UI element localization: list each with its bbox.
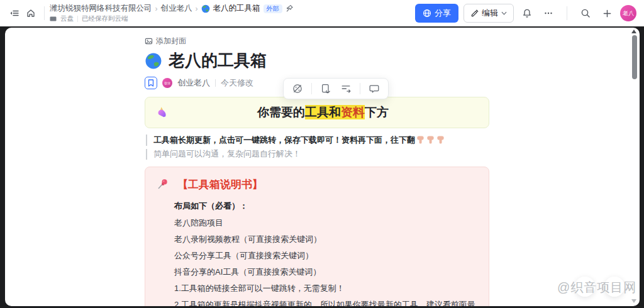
edit-label: 编辑 xyxy=(482,8,498,19)
breadcrumb-current-doc[interactable]: 老八的工具箱 xyxy=(213,4,260,13)
breadcrumb-separator: › xyxy=(155,4,158,13)
search-icon xyxy=(580,8,591,18)
breadcrumb-separator: › xyxy=(196,4,198,13)
share-label: 分享 xyxy=(435,8,451,19)
globe-emoji xyxy=(145,52,162,70)
share-button[interactable]: 分享 xyxy=(415,4,458,23)
home-icon xyxy=(26,8,36,18)
breadcrumb-company[interactable]: 潍坊锐狈特网络科技有限公司 xyxy=(50,4,152,13)
palette-icon xyxy=(292,83,303,94)
edit-button[interactable]: 编辑 xyxy=(464,4,514,23)
home-button[interactable] xyxy=(23,5,39,21)
add-cover-label: 添加封面 xyxy=(156,36,186,47)
manual-line: 公众号分享工具（可直接搜索关键词） xyxy=(174,248,476,264)
pushpin-emoji xyxy=(157,178,169,190)
plus-icon xyxy=(602,9,612,18)
more-button[interactable] xyxy=(540,5,557,21)
bell-icon xyxy=(522,8,532,18)
breadcrumb-space[interactable]: 创业老八 xyxy=(161,4,192,13)
copy-link-block-button[interactable] xyxy=(319,82,332,95)
banner-text: 你需要的工具和资料下方 xyxy=(169,104,477,121)
chevron-down-icon xyxy=(501,11,507,15)
modified-label: 今天修改 xyxy=(221,77,253,89)
external-badge: 外部 xyxy=(264,4,282,13)
share-globe-icon xyxy=(423,9,431,18)
scrollbar[interactable] xyxy=(630,28,638,306)
watermark: @织音项目网 xyxy=(557,279,636,296)
banner-prefix: 你需要的 xyxy=(257,106,305,119)
quote-block-update[interactable]: 工具箱长期更新，点击可一键跳转，保存下载即可！资料再下面，往下翻 xyxy=(146,135,489,146)
manual-line: 老八陪跑项目 xyxy=(174,215,476,231)
bookmark-button[interactable] xyxy=(145,77,157,89)
point-down-emoji xyxy=(416,135,425,145)
scroll-up-arrow[interactable] xyxy=(631,30,636,33)
banner-highlight-red: 资料 xyxy=(341,105,365,119)
doc-title-row: 老八的工具箱 xyxy=(145,50,489,72)
manual-line: 2.工具箱的更新是根据抖音视频更新的，所以如果你要找最新的工具，建议看前面最近更… xyxy=(174,297,476,307)
add-cover-button[interactable]: 添加封面 xyxy=(145,36,186,46)
sidebar-toggle-button[interactable] xyxy=(6,5,23,21)
toolbar-divider xyxy=(311,83,312,94)
notifications-button[interactable] xyxy=(519,5,535,21)
toolbar-divider xyxy=(360,83,360,94)
save-status: 已经保存到云端 xyxy=(82,14,128,23)
drive-icon xyxy=(50,16,57,22)
scrollbar-thumb[interactable] xyxy=(632,35,637,79)
doc-attach-icon xyxy=(320,83,331,94)
author-avatar[interactable]: 创业 xyxy=(162,78,172,88)
unicorn-emoji xyxy=(157,106,169,118)
create-new-button[interactable] xyxy=(599,5,615,21)
manual-heading-row: 【工具箱说明书】 xyxy=(157,177,476,192)
manual-heading: 【工具箱说明书】 xyxy=(177,177,263,192)
pencil-icon xyxy=(470,9,479,18)
author-divider xyxy=(215,79,216,87)
block-hover-toolbar xyxy=(283,78,389,99)
bookmark-icon xyxy=(148,79,154,87)
quote1-text: 工具箱长期更新，点击可一键跳转，保存下载即可！资料再下面，往下翻 xyxy=(153,135,415,146)
status-divider xyxy=(77,16,78,22)
document-panel: 添加封面 老八的工具箱 创业 创业老八 今天修改 xyxy=(5,28,640,306)
scroll-down-arrow[interactable] xyxy=(631,299,636,303)
point-down-emoji xyxy=(426,135,435,145)
user-avatar[interactable]: 老八 xyxy=(620,5,636,21)
manual-line: 老八录制视频教程（可直接搜索关键词） xyxy=(174,231,476,248)
manual-intro: 布局如下（必看）： xyxy=(174,200,476,212)
header-actions: 分享 编辑 xyxy=(415,4,636,23)
quote2-text: 简单问题可以沟通，复杂问题自行解决！ xyxy=(153,148,301,160)
manual-line: 1.工具箱的链接全部可以一键跳转，无需复制！ xyxy=(174,280,476,297)
manual-line: 抖音分享的AI工具（可直接搜索关键词） xyxy=(174,264,476,280)
author-name[interactable]: 创业老八 xyxy=(177,77,210,89)
more-icon xyxy=(543,8,553,18)
sidebar-collapse-icon xyxy=(9,8,19,18)
banner-callout[interactable]: 你需要的工具和资料下方 xyxy=(145,97,489,128)
manual-callout[interactable]: 【工具箱说明书】 布局如下（必看）： 老八陪跑项目 老八录制视频教程（可直接搜索… xyxy=(145,167,489,307)
image-icon xyxy=(145,37,153,45)
comment-icon xyxy=(369,83,380,94)
catalog-button[interactable] xyxy=(340,82,352,95)
banner-suffix: 下方 xyxy=(365,106,389,119)
banner-highlight: 工具和 xyxy=(305,105,341,119)
breadcrumb: 潍坊锐狈特网络科技有限公司 › 创业老八 › 老八的工具箱 外部 云盘 已经保存… xyxy=(50,4,294,23)
drive-label[interactable]: 云盘 xyxy=(60,14,74,23)
top-header: 潍坊锐狈特网络科技有限公司 › 创业老八 › 老八的工具箱 外部 云盘 已经保存… xyxy=(0,0,644,26)
comment-button[interactable] xyxy=(368,82,380,95)
header-divider xyxy=(567,6,567,20)
document-body: 添加封面 老八的工具箱 创业 创业老八 今天修改 xyxy=(145,28,489,306)
doc-globe-icon xyxy=(201,4,210,13)
quote-block-note[interactable]: 简单问题可以沟通，复杂问题自行解决！ xyxy=(146,149,489,160)
theme-color-button[interactable] xyxy=(291,82,304,95)
search-button[interactable] xyxy=(577,5,594,21)
point-down-emoji xyxy=(436,135,445,145)
page-title[interactable]: 老八的工具箱 xyxy=(169,50,267,72)
header-divider xyxy=(44,6,45,20)
list-arrow-icon xyxy=(340,83,352,94)
pin-icon[interactable] xyxy=(286,4,294,13)
